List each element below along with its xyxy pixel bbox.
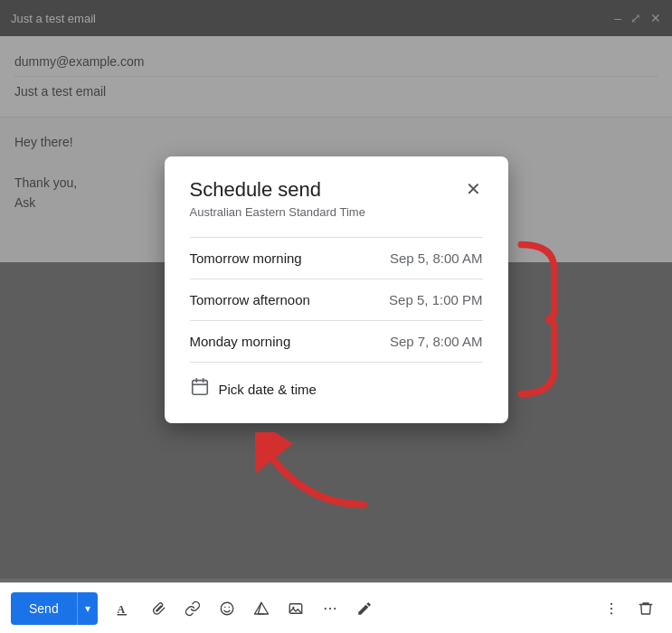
- svg-point-18: [610, 607, 612, 609]
- dialog-header: Schedule send ✕: [190, 178, 483, 202]
- option-label-monday-morning: Monday morning: [190, 334, 291, 349]
- svg-point-15: [329, 607, 331, 609]
- modal-overlay: Schedule send ✕ Australian Eastern Stand…: [0, 0, 672, 579]
- send-button-group: Send ▾: [11, 592, 98, 625]
- svg-point-9: [228, 606, 230, 608]
- formatting-button[interactable]: A: [109, 595, 139, 622]
- send-dropdown-button[interactable]: ▾: [77, 592, 98, 625]
- dialog-close-button[interactable]: ✕: [464, 178, 483, 200]
- option-date-tomorrow-morning: Sep 5, 8:00 AM: [390, 250, 483, 266]
- bottom-toolbar: Send ▾ A: [0, 582, 672, 633]
- insert-link-button[interactable]: [177, 595, 208, 622]
- compose-window: Just a test email – ⤢ ✕ dummy@example.co…: [0, 0, 672, 633]
- svg-rect-1: [192, 380, 207, 394]
- option-date-tomorrow-afternoon: Sep 5, 1:00 PM: [389, 292, 482, 307]
- more-vertical-button[interactable]: [596, 595, 627, 622]
- insert-photo-button[interactable]: [280, 595, 311, 622]
- svg-point-7: [221, 602, 233, 615]
- schedule-options-list: Tomorrow morning Sep 5, 8:00 AM Tomorrow…: [190, 237, 483, 363]
- toolbar-right: [596, 595, 661, 622]
- annotation-brace: [513, 229, 563, 410]
- pick-date-time-row[interactable]: Pick date & time: [190, 363, 483, 409]
- send-button[interactable]: Send: [11, 592, 77, 625]
- svg-point-14: [324, 607, 326, 609]
- dialog-title: Schedule send: [190, 178, 322, 202]
- svg-point-16: [334, 607, 336, 609]
- delete-button[interactable]: [630, 595, 661, 622]
- calendar-icon: [190, 377, 210, 402]
- pencil-button[interactable]: [349, 595, 380, 622]
- svg-point-19: [610, 612, 612, 614]
- emoji-button[interactable]: [212, 595, 242, 622]
- google-drive-button[interactable]: [246, 595, 277, 622]
- attach-file-button[interactable]: [143, 595, 174, 622]
- svg-point-17: [610, 602, 612, 604]
- option-label-tomorrow-morning: Tomorrow morning: [190, 250, 302, 266]
- pick-date-label: Pick date & time: [219, 382, 317, 397]
- svg-text:A: A: [117, 602, 125, 615]
- more-options-button[interactable]: [315, 595, 345, 622]
- dialog-timezone: Australian Eastern Standard Time: [190, 205, 483, 219]
- svg-point-8: [224, 606, 226, 608]
- annotation-arrow: [255, 432, 382, 514]
- schedule-option-monday-morning[interactable]: Monday morning Sep 7, 8:00 AM: [190, 321, 483, 363]
- option-date-monday-morning: Sep 7, 8:00 AM: [390, 334, 483, 349]
- schedule-option-tomorrow-afternoon[interactable]: Tomorrow afternoon Sep 5, 1:00 PM: [190, 279, 483, 321]
- schedule-option-tomorrow-morning[interactable]: Tomorrow morning Sep 5, 8:00 AM: [190, 238, 483, 279]
- option-label-tomorrow-afternoon: Tomorrow afternoon: [190, 292, 310, 307]
- schedule-send-dialog: Schedule send ✕ Australian Eastern Stand…: [165, 156, 508, 423]
